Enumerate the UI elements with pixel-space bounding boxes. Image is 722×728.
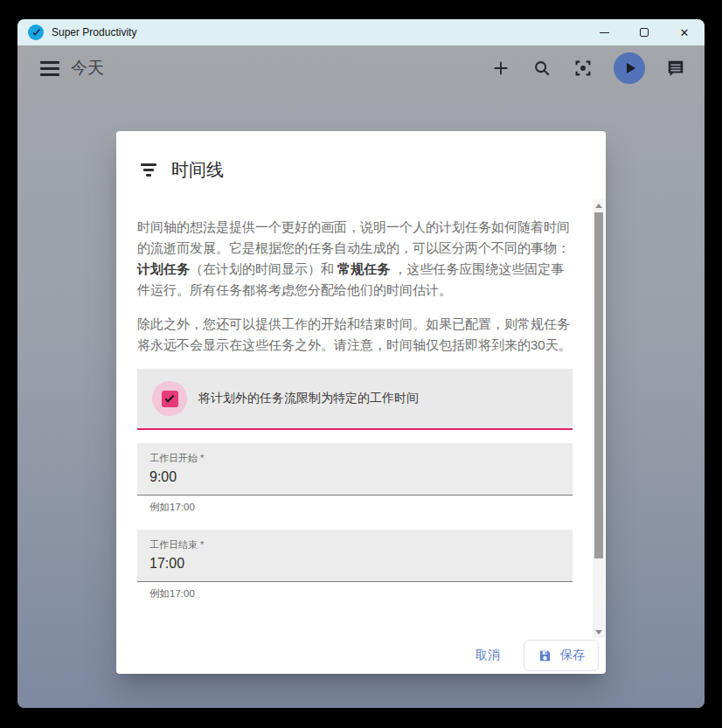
intro-paragraph: 时间轴的想法是提供一个更好的画面，说明一个人的计划任务如何随着时间的流逝而发展。… (137, 217, 573, 301)
work-start-field[interactable]: 工作日开始 * 9:00 (137, 443, 573, 496)
menu-icon[interactable] (40, 59, 59, 78)
maximize-button[interactable] (624, 19, 664, 45)
dialog-scroll-area[interactable]: 时间轴的想法是提供一个更好的画面，说明一个人的计划任务如何随着时间的流逝而发展。… (116, 199, 606, 638)
checkbox-label: 将计划外的任务流限制为特定的工作时间 (198, 391, 419, 406)
work-end-value[interactable]: 17:00 (149, 556, 573, 572)
work-start-label: 工作日开始 * (149, 452, 573, 465)
window-controls: ✕ (584, 19, 705, 45)
app-logo-icon (28, 24, 44, 40)
work-end-label: 工作日结束 * (149, 538, 573, 551)
play-button[interactable] (614, 52, 645, 84)
window-titlebar: Super Productivity ✕ (17, 19, 705, 45)
work-start-hint: 例如17:00 (149, 501, 573, 514)
scroll-down-icon[interactable] (593, 626, 605, 638)
dialog-title: 时间线 (171, 158, 224, 182)
window-title: Super Productivity (52, 26, 584, 38)
work-end-field[interactable]: 工作日结束 * 17:00 (137, 530, 573, 582)
app-toolbar: 今天 (17, 45, 705, 91)
page-title: 今天 (71, 57, 490, 80)
timeline-filter-icon (140, 163, 157, 177)
intro-text: 时间轴的想法是提供一个更好的画面，说明一个人的计划任务如何随着时间的流逝而发展。… (137, 219, 570, 255)
work-hours-checkbox-row[interactable]: 将计划外的任务流限制为特定的工作时间 (137, 369, 573, 430)
app-window: Super Productivity ✕ 今天 (17, 19, 705, 708)
dialog-actions: 取消 保存 (116, 638, 606, 674)
intro-text: （在计划的时间显示）和 (190, 261, 337, 276)
scroll-up-icon[interactable] (593, 199, 605, 211)
minimize-button[interactable] (584, 19, 624, 45)
save-button-label: 保存 (560, 648, 585, 663)
work-end-hint: 例如17:00 (149, 587, 573, 600)
close-icon: ✕ (680, 27, 690, 38)
intro-bold-regular-tasks: 常规任务 (337, 261, 390, 276)
checkbox-checked-icon[interactable] (162, 391, 178, 407)
maximize-icon (640, 28, 649, 37)
cancel-button[interactable]: 取消 (461, 640, 515, 671)
close-button[interactable]: ✕ (664, 19, 705, 45)
focus-mode-icon[interactable] (573, 58, 594, 79)
save-icon (538, 648, 552, 663)
dialog-header: 时间线 (116, 131, 606, 199)
note-paragraph: 除此之外，您还可以提供工作的开始和结束时间。如果已配置，则常规任务将永远不会显示… (137, 314, 573, 356)
dialog-scrollbar[interactable] (593, 199, 605, 638)
screenshot-stage: Super Productivity ✕ 今天 (0, 0, 722, 728)
app-content-dimmed: 今天 (17, 45, 705, 708)
work-start-value[interactable]: 9:00 (149, 469, 573, 485)
search-icon[interactable] (531, 58, 552, 79)
save-button[interactable]: 保存 (524, 640, 599, 671)
checkbox-ripple (152, 381, 187, 416)
add-task-icon[interactable] (490, 58, 511, 79)
notes-icon[interactable] (665, 58, 686, 79)
timeline-dialog: 时间线 时间轴的想法是提供一个更好的画面，说明一个人的计划任务如何随着时间的流逝… (116, 131, 606, 674)
scrollbar-thumb[interactable] (594, 212, 603, 558)
toolbar-actions (490, 52, 686, 84)
minimize-icon (600, 32, 609, 33)
intro-bold-planned-tasks: 计划任务 (137, 261, 190, 276)
